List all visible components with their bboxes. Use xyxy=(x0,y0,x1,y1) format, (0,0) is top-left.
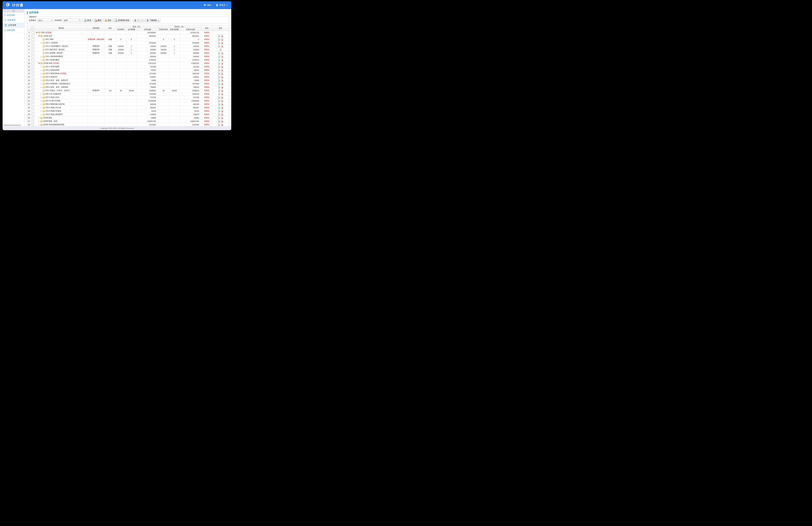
delete-row-icon[interactable] xyxy=(221,38,223,41)
edit-row-icon[interactable] xyxy=(218,79,220,82)
delete-row-icon[interactable] xyxy=(221,65,223,68)
delete-row-icon[interactable] xyxy=(221,76,223,78)
edit-row-icon[interactable] xyxy=(218,123,220,126)
delete-row-icon[interactable] xyxy=(221,45,223,47)
sidebar-item-4[interactable]: 业务设置 xyxy=(3,28,24,33)
row-checkbox[interactable] xyxy=(32,79,34,82)
row-checkbox[interactable] xyxy=(32,120,34,122)
tree-expand-icon[interactable] xyxy=(41,66,42,68)
edit-row-icon[interactable] xyxy=(218,45,220,47)
delete-row-icon[interactable] xyxy=(221,106,223,109)
tree-collapse-icon[interactable] xyxy=(38,63,40,64)
row-checkbox[interactable] xyxy=(32,72,34,75)
tree-expand-icon[interactable] xyxy=(41,87,42,88)
tree-expand-icon[interactable] xyxy=(41,76,42,78)
edit-row-icon[interactable] xyxy=(218,38,220,41)
edit-row-icon[interactable] xyxy=(218,59,220,61)
delete-row-icon[interactable] xyxy=(221,117,223,119)
edit-row-icon[interactable] xyxy=(218,110,220,112)
sidebar-item-3[interactable]: 合同清单 xyxy=(3,23,24,28)
tree-expand-icon[interactable] xyxy=(41,42,42,44)
tree-expand-icon[interactable] xyxy=(41,97,42,98)
row-checkbox[interactable] xyxy=(32,106,34,109)
row-checkbox[interactable] xyxy=(32,110,34,112)
row-checkbox[interactable] xyxy=(32,117,34,119)
edit-row-icon[interactable] xyxy=(218,72,220,75)
edit-row-icon[interactable] xyxy=(218,117,220,119)
toolbar-button-3[interactable]: 锁定 xyxy=(103,19,113,22)
row-checkbox[interactable] xyxy=(32,76,34,78)
edit-row-icon[interactable] xyxy=(218,52,220,54)
toolbar-button-6[interactable]: 下载模版 xyxy=(145,19,160,22)
sidebar-horizontal-scrollbar[interactable] xyxy=(3,125,21,126)
row-checkbox[interactable] xyxy=(32,86,34,88)
edit-row-icon[interactable] xyxy=(220,48,222,51)
user-menu[interactable]: 管理员 xyxy=(216,4,228,7)
delete-row-icon[interactable] xyxy=(221,59,223,61)
toolbar-button-2[interactable]: 删除 xyxy=(93,19,103,22)
delete-row-icon[interactable] xyxy=(221,89,223,92)
row-checkbox[interactable] xyxy=(32,96,34,99)
contract-no-select[interactable]: SG-1 xyxy=(37,18,54,22)
edit-row-icon[interactable] xyxy=(218,62,220,64)
edit-row-icon[interactable] xyxy=(218,96,220,99)
tree-expand-icon[interactable] xyxy=(38,124,40,126)
edit-row-icon[interactable] xyxy=(218,100,220,102)
row-checkbox[interactable] xyxy=(32,123,34,126)
sidebar-item-2[interactable]: 清单管理 xyxy=(3,18,24,23)
edit-row-icon[interactable] xyxy=(218,42,220,44)
edit-row-icon[interactable] xyxy=(218,76,220,78)
row-checkbox[interactable] xyxy=(32,55,34,58)
tree-expand-icon[interactable] xyxy=(41,59,42,61)
toolbar-button-1[interactable]: 新增 xyxy=(83,19,92,22)
tree-expand-icon[interactable] xyxy=(38,117,40,119)
edit-row-icon[interactable] xyxy=(218,103,220,105)
tree-expand-icon[interactable] xyxy=(41,107,42,108)
tree-expand-icon[interactable] xyxy=(41,83,42,85)
delete-row-icon[interactable] xyxy=(221,100,223,102)
toolbar-button-5[interactable]: 导入 xyxy=(133,19,144,22)
sidebar-collapse-handle[interactable] xyxy=(3,9,24,13)
row-checkbox[interactable] xyxy=(32,35,34,37)
edit-row-icon[interactable] xyxy=(218,93,220,95)
list-type-select[interactable]: 全部 xyxy=(63,18,81,22)
tree-expand-icon[interactable] xyxy=(41,104,42,105)
edit-row-icon[interactable] xyxy=(218,86,220,88)
delete-row-icon[interactable] xyxy=(221,113,223,116)
delete-row-icon[interactable] xyxy=(221,42,223,44)
tree-expand-icon[interactable] xyxy=(41,80,42,81)
sidebar-item-1[interactable]: 合同台账 xyxy=(3,13,24,18)
tree-expand-icon[interactable] xyxy=(38,121,40,122)
delete-row-icon[interactable] xyxy=(221,69,223,71)
edit-row-icon[interactable] xyxy=(218,69,220,71)
row-checkbox[interactable] xyxy=(32,113,34,116)
row-checkbox[interactable] xyxy=(32,93,34,95)
delete-row-icon[interactable] xyxy=(221,96,223,99)
tree-expand-icon[interactable] xyxy=(41,56,42,57)
notice-menu[interactable]: 通知 xyxy=(204,4,211,7)
row-checkbox[interactable] xyxy=(32,65,34,68)
tree-expand-icon[interactable] xyxy=(41,100,42,102)
tree-expand-icon[interactable] xyxy=(41,70,42,71)
delete-row-icon[interactable] xyxy=(221,93,223,95)
delete-row-icon[interactable] xyxy=(221,110,223,112)
row-checkbox[interactable] xyxy=(32,48,34,51)
tree-expand-icon[interactable] xyxy=(41,111,42,112)
delete-row-icon[interactable] xyxy=(221,103,223,105)
delete-row-icon[interactable] xyxy=(221,52,223,54)
tree-collapse-icon[interactable] xyxy=(36,32,38,33)
row-checkbox[interactable] xyxy=(32,89,34,92)
edit-row-icon[interactable] xyxy=(218,35,220,37)
row-checkbox[interactable] xyxy=(32,62,34,64)
row-checkbox[interactable] xyxy=(32,103,34,105)
row-checkbox[interactable] xyxy=(32,52,34,54)
edit-row-icon[interactable] xyxy=(218,83,220,85)
row-checkbox[interactable] xyxy=(32,100,34,102)
tree-collapse-icon[interactable] xyxy=(38,35,40,37)
delete-row-icon[interactable] xyxy=(221,123,223,126)
tree-expand-icon[interactable] xyxy=(41,114,42,115)
row-checkbox[interactable] xyxy=(32,59,34,61)
toolbar-button-4[interactable]: 新增增补清单 xyxy=(114,19,131,22)
tree-expand-icon[interactable] xyxy=(41,73,42,74)
delete-row-icon[interactable] xyxy=(221,35,223,37)
